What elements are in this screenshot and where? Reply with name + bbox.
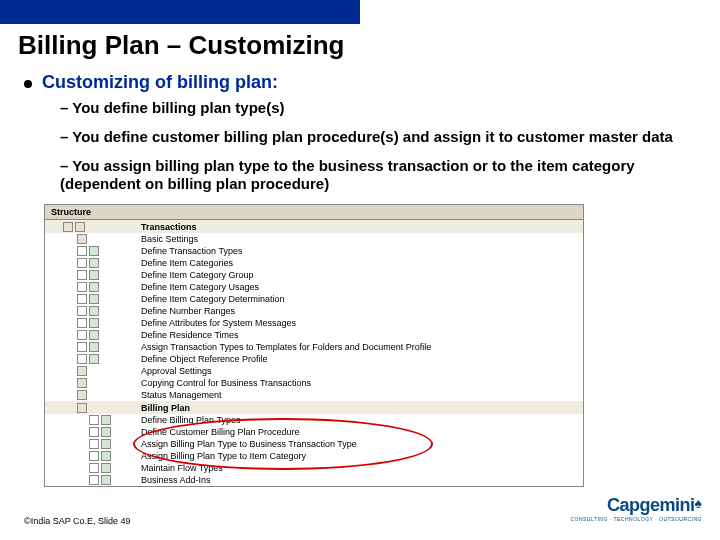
tree-node[interactable]: Assign Transaction Types to Templates fo… — [45, 341, 583, 353]
tree-group-transactions: Transactions — [45, 220, 583, 233]
sap-tree-screenshot: Structure Transactions Basic Settings De… — [44, 204, 584, 487]
tree-node[interactable]: Status Management — [45, 389, 583, 401]
logo-tagline: CONSULTING · TECHNOLOGY · OUTSOURCING — [570, 516, 702, 522]
tree-label: Define Item Category Determination — [141, 294, 577, 304]
tree-node[interactable]: Define Item Category Usages — [45, 281, 583, 293]
tree-label: Basic Settings — [141, 234, 577, 244]
tree-node[interactable]: Define Customer Billing Plan Procedure — [45, 426, 583, 438]
section-heading: Customizing of billing plan: — [42, 72, 278, 93]
tree-node[interactable]: Define Item Categories — [45, 257, 583, 269]
tree-node[interactable]: Define Attributes for System Messages — [45, 317, 583, 329]
bullet-icon — [24, 80, 32, 88]
bullet-item: You define billing plan type(s) — [60, 99, 696, 118]
tree-node[interactable]: Define Number Ranges — [45, 305, 583, 317]
bullet-item: You define customer billing plan procedu… — [60, 128, 696, 147]
slide-footer: ©India SAP Co.E, Slide 49 — [24, 516, 131, 526]
section-heading-row: Customizing of billing plan: — [24, 72, 696, 93]
capgemini-logo: Capgemini♠ CONSULTING · TECHNOLOGY · OUT… — [570, 495, 702, 522]
tree-label: Transactions — [141, 222, 577, 232]
tree-node[interactable]: Define Residence Times — [45, 329, 583, 341]
tree-node[interactable]: Define Billing Plan Types — [45, 414, 583, 426]
tree-label: Define Customer Billing Plan Procedure — [141, 427, 577, 437]
tree-node[interactable]: Maintain Flow Types — [45, 462, 583, 474]
tree-label: Copying Control for Business Transaction… — [141, 378, 577, 388]
tree-group-billing-plan: Billing Plan — [45, 401, 583, 414]
tree-label: Define Billing Plan Types — [141, 415, 577, 425]
tree-label: Status Management — [141, 390, 577, 400]
tree-subgroup: Basic Settings — [45, 233, 583, 245]
spade-icon: ♠ — [695, 495, 702, 511]
tree-label: Define Number Ranges — [141, 306, 577, 316]
tree-label: Define Transaction Types — [141, 246, 577, 256]
tree-label: Define Item Categories — [141, 258, 577, 268]
tree-node[interactable]: Business Add-Ins — [45, 474, 583, 486]
tree-label: Business Add-Ins — [141, 475, 577, 485]
page-title: Billing Plan – Customizing — [18, 30, 344, 61]
logo-text: Capgemini — [607, 495, 695, 515]
tree-label: Billing Plan — [141, 403, 577, 413]
tree-label: Assign Billing Plan Type to Item Categor… — [141, 451, 577, 461]
tree-node[interactable]: Define Item Category Group — [45, 269, 583, 281]
tree-node[interactable]: Copying Control for Business Transaction… — [45, 377, 583, 389]
tree-label: Approval Settings — [141, 366, 577, 376]
tree-label: Define Residence Times — [141, 330, 577, 340]
tree-node[interactable]: Assign Billing Plan Type to Business Tra… — [45, 438, 583, 450]
tree-header: Structure — [45, 205, 583, 220]
bullet-item: You assign billing plan type to the busi… — [60, 157, 696, 195]
tree-label: Define Item Category Group — [141, 270, 577, 280]
tree-label: Maintain Flow Types — [141, 463, 577, 473]
tree-label: Assign Billing Plan Type to Business Tra… — [141, 439, 577, 449]
content-area: Customizing of billing plan: You define … — [24, 72, 696, 487]
tree-node[interactable]: Assign Billing Plan Type to Item Categor… — [45, 450, 583, 462]
tree-label: Define Item Category Usages — [141, 282, 577, 292]
tree-node[interactable]: Approval Settings — [45, 365, 583, 377]
tree-label: Assign Transaction Types to Templates fo… — [141, 342, 577, 352]
tree-node[interactable]: Define Object Reference Profile — [45, 353, 583, 365]
tree-node[interactable]: Define Item Category Determination — [45, 293, 583, 305]
tree-node[interactable]: Define Transaction Types — [45, 245, 583, 257]
decorative-top-bar — [0, 0, 360, 24]
tree-label: Define Object Reference Profile — [141, 354, 577, 364]
tree-label: Define Attributes for System Messages — [141, 318, 577, 328]
